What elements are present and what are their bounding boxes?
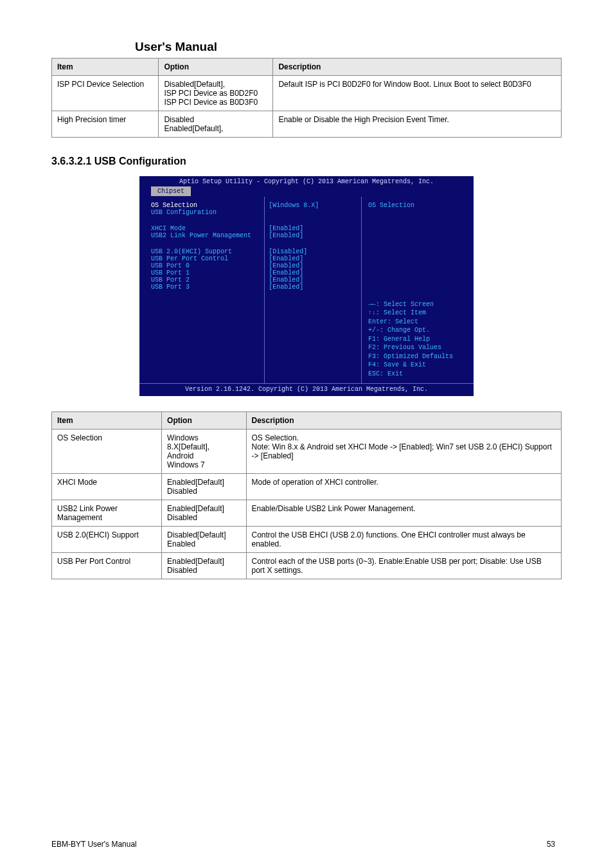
opt: Disabled: [167, 566, 240, 575]
bios-val: [Enabled]: [269, 284, 303, 291]
bios-key: F3: Optimized Defaults: [368, 352, 467, 361]
bios-item-usb2-lpm: USB2 Link Power Management: [151, 232, 260, 239]
opt: Disabled[Default],: [164, 80, 267, 89]
bios-val: [Enabled]: [269, 269, 303, 276]
th-item: Item: [52, 412, 162, 429]
section-heading: 3.6.3.2.1 USB Configuration: [51, 156, 562, 167]
bios-val: [269, 209, 272, 216]
cell-option: Windows 8.X[Default], Android Windows 7: [162, 429, 246, 474]
cell-item: OS Selection: [52, 429, 162, 474]
opt: Enabled[Default],: [164, 124, 267, 133]
cell-item: USB 2.0(EHCI) Support: [52, 527, 162, 553]
bios-key: F1: General Help: [368, 335, 467, 344]
bios-footer: Version 2.16.1242. Copyright (C) 2013 Am…: [139, 383, 474, 396]
cell-item: USB Per Port Control: [52, 553, 162, 579]
bottom-table: Item Option Description OS Selection Win…: [51, 411, 562, 579]
cell-option: Disabled[Default], ISP PCI Device as B0D…: [159, 76, 273, 111]
bios-item-port2: USB Port 2: [151, 276, 260, 284]
cell-item: USB2 Link Power Management: [52, 500, 162, 527]
bios-left-col: OS Selection USB Configuration XHCI Mode…: [139, 197, 265, 383]
table-row: USB2 Link Power Management Enabled[Defau…: [52, 500, 562, 527]
bios-item-usb-config: USB Configuration: [151, 209, 260, 216]
cell-option: Disabled[Default] Enabled: [162, 527, 246, 553]
cell-option: Enabled[Default] Disabled: [162, 474, 246, 500]
th-option: Option: [159, 59, 273, 76]
bios-val: [Enabled]: [269, 225, 303, 232]
opt: ISP PCI Device as B0D3F0: [164, 98, 267, 107]
th-item: Item: [52, 59, 159, 76]
cell-desc: Enable or Disable the High Precision Eve…: [273, 111, 562, 138]
cell-option: Enabled[Default] Disabled: [162, 500, 246, 527]
th-desc: Description: [273, 59, 562, 76]
bios-val: [Enabled]: [269, 255, 303, 262]
table-row: USB 2.0(EHCI) Support Disabled[Default] …: [52, 527, 562, 553]
bios-val: [Windows 8.X]: [269, 202, 319, 209]
table-row: XHCI Mode Enabled[Default] Disabled Mode…: [52, 474, 562, 500]
bios-screenshot: Aptio Setup Utility - Copyright (C) 2013…: [139, 176, 474, 396]
bios-key: Enter: Select: [368, 318, 467, 327]
bios-tabbar: Chipset: [139, 185, 474, 197]
th-desc: Description: [246, 412, 561, 429]
cell-desc: Mode of operation of XHCI controller.: [246, 474, 561, 500]
th-option: Option: [162, 412, 246, 429]
bios-title: Aptio Setup Utility - Copyright (C) 2013…: [139, 176, 474, 185]
opt: Enabled[Default]: [167, 478, 240, 487]
bios-key: ESC: Exit: [368, 370, 467, 379]
cell-desc: Default ISP is PCI B0D2F0 for Window Boo…: [273, 76, 562, 111]
opt: Disabled: [167, 513, 240, 522]
cell-item: High Precision timer: [52, 111, 159, 138]
footer-doc-label: EBM-BYT User's Manual: [51, 840, 137, 849]
bios-item-perport: USB Per Port Control: [151, 255, 260, 262]
bios-key: →←: Select Screen: [368, 300, 467, 309]
bios-item-os-selection: OS Selection: [151, 202, 260, 209]
opt: Disabled[Default]: [167, 530, 240, 539]
bios-mid-col: [Windows 8.X] [Enabled] [Enabled] [Disab…: [265, 197, 361, 383]
opt: Android: [167, 451, 240, 460]
bios-val: [Enabled]: [269, 276, 303, 284]
table-row: OS Selection Windows 8.X[Default], Andro…: [52, 429, 562, 474]
bios-key: F4: Save & Exit: [368, 361, 467, 370]
bios-val: [Enabled]: [269, 262, 303, 269]
bios-val: [Disabled]: [269, 248, 307, 255]
bios-item-xhci: XHCI Mode: [151, 225, 260, 232]
bios-right-col: OS Selection →←: Select Screen ↑↓: Selec…: [361, 197, 474, 383]
table-row: ISP PCI Device Selection Disabled[Defaul…: [52, 76, 562, 111]
bios-item-port0: USB Port 0: [151, 262, 260, 269]
cell-option: Disabled Enabled[Default],: [159, 111, 273, 138]
bios-item-ehci: USB 2.0(EHCI) Support: [151, 248, 260, 255]
cell-item: ISP PCI Device Selection: [52, 76, 159, 111]
bios-val: [Enabled]: [269, 232, 303, 239]
bios-help-title: OS Selection: [368, 202, 467, 209]
table-row: USB Per Port Control Enabled[Default] Di…: [52, 553, 562, 579]
opt: Enabled[Default]: [167, 504, 240, 513]
cell-desc: Control each of the USB ports (0~3). Ena…: [246, 553, 561, 579]
bios-key: +/-: Change Opt.: [368, 326, 467, 335]
opt: Disabled: [164, 115, 267, 124]
opt: ISP PCI Device as B0D2F0: [164, 89, 267, 98]
table-row: High Precision timer Disabled Enabled[De…: [52, 111, 562, 138]
bios-item-port3: USB Port 3: [151, 284, 260, 291]
cell-item: XHCI Mode: [52, 474, 162, 500]
opt: Enabled[Default]: [167, 557, 240, 566]
bios-keys: →←: Select Screen ↑↓: Select Item Enter:…: [368, 300, 467, 379]
opt: Disabled: [167, 487, 240, 496]
cell-desc: OS Selection. Note: Win 8.x & Android se…: [246, 429, 561, 474]
cell-desc: Enable/Disable USB2 Link Power Managemen…: [246, 500, 561, 527]
opt: Windows 7: [167, 460, 240, 469]
page-title: User's Manual: [135, 40, 562, 54]
page-number: 53: [547, 840, 555, 849]
opt: Windows 8.X[Default],: [167, 433, 240, 451]
cell-desc: Control the USB EHCI (USB 2.0) functions…: [246, 527, 561, 553]
bios-item-port1: USB Port 1: [151, 269, 260, 276]
cell-option: Enabled[Default] Disabled: [162, 553, 246, 579]
bios-key: ↑↓: Select Item: [368, 309, 467, 318]
bios-tab-chipset: Chipset: [151, 186, 191, 196]
top-table: Item Option Description ISP PCI Device S…: [51, 58, 562, 138]
opt: Enabled: [167, 539, 240, 548]
bios-key: F2: Previous Values: [368, 343, 467, 352]
